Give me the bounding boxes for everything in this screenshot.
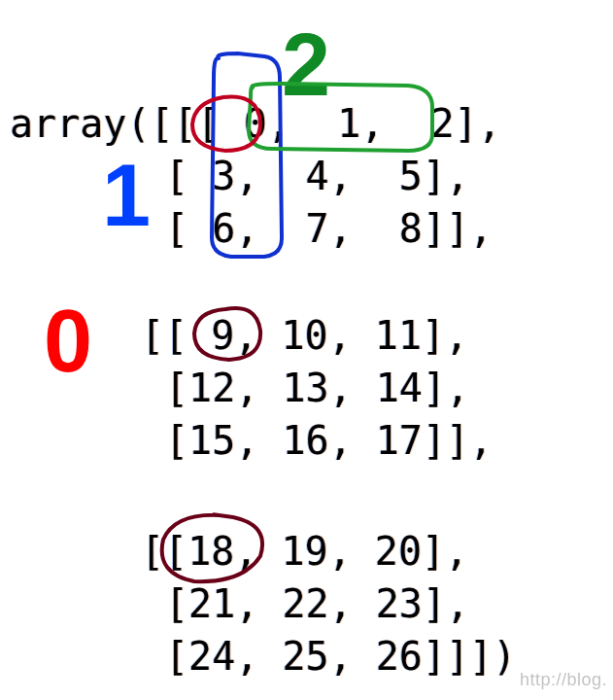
- code-line-4: [12, 13, 14],: [165, 362, 469, 414]
- code-line-2: [ 6, 7, 8]],: [165, 202, 493, 255]
- axis-0-label: 0: [44, 292, 92, 392]
- code-line-1: [ 3, 4, 5],: [165, 150, 469, 202]
- axis-1-label: 1: [102, 146, 151, 246]
- code-line-0: array([[[ 0, 1, 2],: [10, 97, 501, 150]
- axis-2-label: 2: [282, 16, 330, 116]
- watermark-text: http://blog.: [520, 670, 607, 690]
- code-line-6: [[18, 19, 20],: [141, 525, 468, 578]
- code-line-7: [21, 22, 23],: [165, 578, 469, 630]
- code-line-5: [15, 16, 17]],: [165, 414, 493, 467]
- code-line-3: [[ 9, 10, 11],: [141, 309, 468, 362]
- diagram-stage: { "code_lines": [ "array([[[ 0, 1, 2],",…: [0, 0, 613, 700]
- code-line-8: [24, 25, 26]]]): [165, 630, 516, 682]
